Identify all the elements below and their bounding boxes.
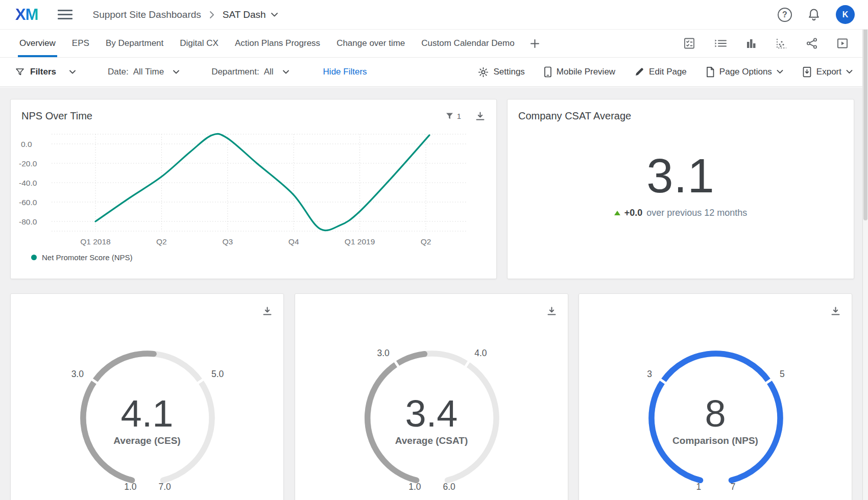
gauge-value-arc xyxy=(83,354,154,480)
download-icon xyxy=(475,111,485,121)
checklist-icon[interactable] xyxy=(683,37,695,49)
edit-page-button[interactable]: Edit Page xyxy=(634,67,687,77)
top-header: XM Support Site Dashboards SAT Dash ? K xyxy=(0,0,868,30)
list-icon[interactable] xyxy=(714,37,727,49)
filter-count: 1 xyxy=(457,112,461,120)
gauge-tick-label: 3 xyxy=(647,369,652,379)
gauge-tick-label: 4.0 xyxy=(474,348,487,358)
svg-text:Q4: Q4 xyxy=(288,237,299,246)
svg-text:-40.0: -40.0 xyxy=(19,179,37,187)
user-avatar[interactable]: K xyxy=(836,5,855,24)
present-icon[interactable] xyxy=(836,37,849,49)
page-scrollbar[interactable] xyxy=(862,0,868,500)
chevron-down-icon xyxy=(777,70,783,74)
phone-icon xyxy=(544,66,552,78)
filters-dropdown[interactable]: Filters xyxy=(15,67,76,77)
add-page-icon[interactable] xyxy=(523,30,547,57)
department-filter-label: Department: xyxy=(211,67,259,77)
csat-average-value: 3.1 xyxy=(508,148,854,204)
gauge-max-label: 7 xyxy=(731,482,736,492)
nps-series-line xyxy=(95,134,429,230)
page-options-button[interactable]: Page Options xyxy=(706,66,783,78)
tab-digital-cx[interactable]: Digital CX xyxy=(172,30,227,57)
csat-gauge-chart: 3.04.01.06.0 xyxy=(295,294,569,500)
filter-bar: Filters Date: All Time Department: All H… xyxy=(0,58,868,87)
gauge-max-label: 7.0 xyxy=(158,482,171,492)
gauge-tick-label: 5 xyxy=(780,369,785,379)
dashboard-toolbar-icons xyxy=(683,30,857,57)
help-icon[interactable]: ? xyxy=(778,8,792,22)
gauge-min-label: 1.0 xyxy=(408,482,421,492)
page-tab-bar: Overview EPS By Department Digital CX Ac… xyxy=(0,30,868,58)
chevron-right-icon xyxy=(208,10,215,20)
average-ces-gauge-widget: 3.05.01.07.0 4.1 Average (CES) xyxy=(10,293,284,500)
bar-chart-icon[interactable] xyxy=(745,37,757,49)
chevron-down-icon xyxy=(69,70,76,74)
chart-gridlines xyxy=(52,134,467,231)
header-actions: ? K xyxy=(778,5,855,24)
page-tools: Settings Mobile Preview Edit Page Page O… xyxy=(478,66,853,78)
tab-custom-calendar-demo[interactable]: Custom Calendar Demo xyxy=(413,30,522,57)
share-icon[interactable] xyxy=(806,37,818,49)
gauge-min-label: 1 xyxy=(696,482,702,492)
nps-gauge-chart: 3517 xyxy=(579,294,853,500)
ces-gauge-chart: 3.05.01.07.0 xyxy=(11,294,284,500)
legend-marker-icon xyxy=(31,255,37,260)
department-filter[interactable]: Department: All xyxy=(211,67,289,77)
export-button[interactable]: Export xyxy=(802,66,853,78)
funnel-icon xyxy=(15,67,25,77)
widget-filter-indicator[interactable]: 1 xyxy=(446,112,461,120)
funnel-filled-icon xyxy=(446,112,453,120)
svg-text:-20.0: -20.0 xyxy=(19,159,37,168)
company-csat-average-widget: Company CSAT Average 3.1 +0.0 over previ… xyxy=(507,99,854,279)
notifications-bell-icon[interactable] xyxy=(807,8,821,22)
svg-text:Q3: Q3 xyxy=(222,237,233,246)
scrollbar-thumb[interactable] xyxy=(863,1,867,220)
gauge-max-label: 6.0 xyxy=(443,482,455,492)
gear-icon xyxy=(478,67,489,78)
svg-text:-60.0: -60.0 xyxy=(19,198,37,207)
chevron-down-icon xyxy=(173,70,180,74)
tab-by-department[interactable]: By Department xyxy=(98,30,172,57)
mobile-preview-button[interactable]: Mobile Preview xyxy=(544,66,615,78)
csat-delta-row: +0.0 over previous 12 months xyxy=(508,208,854,218)
xm-logo: XM xyxy=(15,6,38,24)
tab-action-plans-progress[interactable]: Action Plans Progress xyxy=(227,30,328,57)
gauge-tick-label: 3.0 xyxy=(377,348,390,358)
tab-eps[interactable]: EPS xyxy=(64,30,98,57)
settings-button[interactable]: Settings xyxy=(478,67,524,78)
chevron-down-icon xyxy=(846,70,853,74)
chevron-down-icon xyxy=(282,70,290,74)
breadcrumb: Support Site Dashboards SAT Dash xyxy=(93,9,278,20)
tab-overview[interactable]: Overview xyxy=(11,30,64,57)
widget-title: Company CSAT Average xyxy=(518,110,631,122)
legend-series-label: Net Promoter Score (NPS) xyxy=(42,253,133,262)
delta-period-text: over previous 12 months xyxy=(646,208,747,218)
comparison-nps-gauge-widget: 3517 8 Comparison (NPS) xyxy=(578,293,852,500)
department-filter-value: All xyxy=(264,67,274,77)
breadcrumb-root[interactable]: Support Site Dashboards xyxy=(93,9,201,20)
chart-legend[interactable]: Net Promoter Score (NPS) xyxy=(31,253,133,262)
nps-line-chart: 0.0-20.0-40.0-60.0-80.0Q1 2018Q2Q3Q4Q1 2… xyxy=(21,128,487,251)
date-filter-label: Date: xyxy=(108,67,129,77)
date-filter-value: All Time xyxy=(133,67,164,77)
gauge-min-label: 1.0 xyxy=(124,482,137,492)
tab-change-over-time[interactable]: Change over time xyxy=(328,30,413,57)
page-icon xyxy=(706,66,715,78)
svg-text:0.0: 0.0 xyxy=(21,140,32,148)
download-widget-button[interactable] xyxy=(475,111,485,121)
average-csat-gauge-widget: 3.04.01.06.0 3.4 Average (CSAT) xyxy=(295,293,568,500)
y-axis-labels: 0.0-20.0-40.0-60.0-80.0 xyxy=(19,140,37,226)
export-document-icon xyxy=(802,66,812,78)
breadcrumb-current[interactable]: SAT Dash xyxy=(223,9,278,20)
svg-text:Q1 2018: Q1 2018 xyxy=(80,237,110,246)
hide-filters-link[interactable]: Hide Filters xyxy=(323,67,367,77)
scatter-plot-icon[interactable] xyxy=(775,37,787,49)
gauge-tick-label: 5.0 xyxy=(211,369,224,379)
trend-up-icon xyxy=(614,211,620,215)
dashboard-name: SAT Dash xyxy=(223,9,266,20)
gauge-value-arc xyxy=(368,354,425,481)
gauge-value-arc xyxy=(652,354,780,480)
date-filter[interactable]: Date: All Time xyxy=(108,67,180,77)
hamburger-menu-icon[interactable] xyxy=(58,10,73,19)
